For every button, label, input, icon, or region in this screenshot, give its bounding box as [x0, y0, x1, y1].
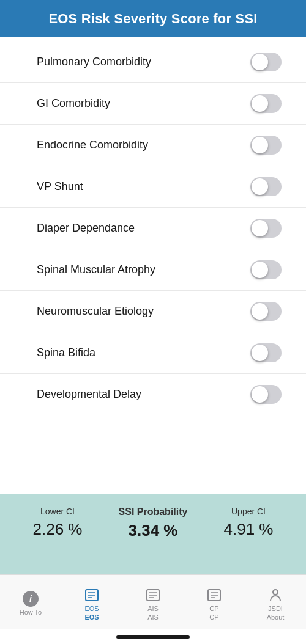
toggle-thumb-spina_bifida [252, 345, 268, 361]
toggle-label-pulmonary: Pulmonary Comorbidity [37, 56, 151, 68]
toggle-thumb-neuromuscular [252, 303, 268, 320]
toggle-row-endocrine: Endocrine Comorbidity [0, 125, 306, 166]
toggle-row-developmental: Developmental Delay [0, 374, 306, 415]
toggle-row-neuromuscular: Neuromuscular Etiology [0, 291, 306, 332]
toggle-switch-pulmonary[interactable] [250, 53, 282, 71]
nav-item-ais[interactable]: AIS AIS [122, 584, 184, 623]
toggle-switch-gi[interactable] [250, 94, 282, 113]
lower-ci-item: Lower CI 2.26 % [10, 507, 105, 539]
nav-item-cp[interactable]: CP CP [184, 584, 245, 623]
toggle-thumb-developmental [252, 386, 268, 403]
ssi-probability-item: SSI Probability 3.34 % [105, 507, 201, 540]
toggle-thumb-endocrine [252, 137, 268, 153]
toggle-switch-spinal_muscular[interactable] [250, 260, 282, 279]
toggle-thumb-pulmonary [252, 54, 268, 70]
header-title: EOS Risk Severity Score for SSI [48, 11, 257, 26]
toggle-row-pulmonary: Pulmonary Comorbidity [0, 42, 306, 83]
toggle-row-spina_bifida: Spina Bifida [0, 332, 306, 374]
toggle-thumb-gi [252, 95, 268, 112]
app-header: EOS Risk Severity Score for SSI [0, 0, 306, 37]
upper-ci-item: Upper CI 4.91 % [201, 507, 296, 539]
toggle-label-spinal_muscular: Spinal Muscular Atrophy [37, 263, 155, 276]
ssi-label: SSI Probability [105, 507, 201, 518]
nav-cp-top-label: CP [209, 605, 218, 612]
nav-item-how-to[interactable]: i How To [0, 588, 61, 620]
nav-ais-top-label: AIS [147, 605, 159, 612]
toggle-thumb-diaper [252, 220, 268, 236]
results-spacer [0, 550, 306, 574]
toggle-thumb-spinal_muscular [252, 262, 268, 278]
results-section: Lower CI 2.26 % SSI Probability 3.34 % U… [0, 494, 306, 550]
toggle-switch-spina_bifida[interactable] [250, 343, 282, 362]
nav-jsdi-bottom-label: About [267, 613, 285, 621]
eos-nav-icon [83, 587, 100, 604]
nav-how-to-top-label: How To [20, 609, 42, 616]
toggle-switch-endocrine[interactable] [250, 136, 282, 155]
toggle-row-diaper: Diaper Dependance [0, 208, 306, 249]
toggle-switch-diaper[interactable] [250, 219, 282, 238]
upper-ci-label: Upper CI [201, 507, 296, 516]
lower-ci-value: 2.26 % [10, 520, 105, 539]
bottom-nav: i How To EOS EOS AIS AIS [0, 574, 306, 629]
nav-item-eos[interactable]: EOS EOS [61, 584, 122, 623]
svg-point-12 [273, 590, 278, 595]
person-icon [267, 587, 284, 604]
toggle-label-spina_bifida: Spina Bifida [37, 346, 95, 359]
toggle-switch-neuromuscular[interactable] [250, 302, 282, 321]
ssi-value: 3.34 % [105, 521, 201, 540]
toggle-row-vp_shunt: VP Shunt [0, 166, 306, 208]
nav-eos-top-label: EOS [84, 605, 99, 612]
info-icon: i [22, 590, 39, 607]
home-indicator [0, 629, 306, 644]
upper-ci-value: 4.91 % [201, 520, 296, 539]
toggle-label-vp_shunt: VP Shunt [37, 180, 83, 193]
results-row: Lower CI 2.26 % SSI Probability 3.34 % U… [10, 507, 296, 540]
toggle-thumb-vp_shunt [252, 178, 268, 195]
main-content: Pulmonary ComorbidityGI ComorbidityEndoc… [0, 37, 306, 494]
ais-nav-icon [144, 587, 162, 604]
toggle-row-spinal_muscular: Spinal Muscular Atrophy [0, 249, 306, 291]
toggle-label-developmental: Developmental Delay [37, 388, 141, 401]
toggle-label-gi: GI Comorbidity [37, 97, 110, 110]
toggle-label-neuromuscular: Neuromuscular Etiology [37, 305, 154, 318]
nav-ais-bottom-label: AIS [147, 613, 159, 621]
toggle-switch-developmental[interactable] [250, 385, 282, 404]
toggle-label-diaper: Diaper Dependance [37, 222, 135, 235]
nav-eos-bottom-label: EOS [84, 613, 99, 621]
nav-jsdi-top-label: JSDI [268, 605, 283, 612]
home-bar [116, 635, 190, 639]
nav-cp-bottom-label: CP [209, 613, 218, 621]
nav-item-about[interactable]: JSDI About [245, 584, 306, 623]
toggle-row-gi: GI Comorbidity [0, 83, 306, 125]
lower-ci-label: Lower CI [10, 507, 105, 516]
toggle-list: Pulmonary ComorbidityGI ComorbidityEndoc… [0, 42, 306, 415]
cp-nav-icon [206, 587, 223, 604]
toggle-switch-vp_shunt[interactable] [250, 177, 282, 196]
toggle-label-endocrine: Endocrine Comorbidity [37, 139, 148, 152]
